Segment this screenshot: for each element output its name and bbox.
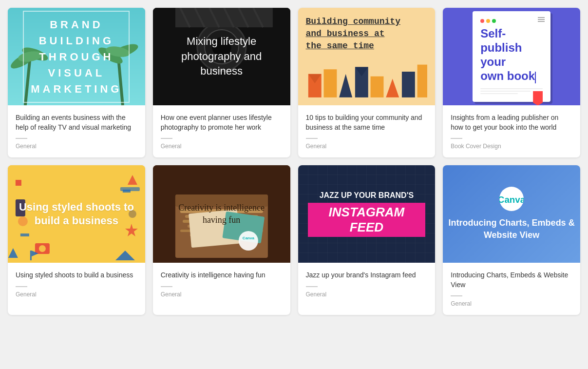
bookmark: [533, 91, 543, 105]
card-1[interactable]: BRANDBUILDINGTHROUGHVISUALMARKETING Buil…: [8, 8, 145, 157]
card-2-overlay-text: Mixing lifestyle photography and busines…: [153, 24, 290, 89]
card-8[interactable]: Canva Introducing Charts, Embeds & Websi…: [443, 165, 580, 315]
card-6-image: Canva Creativity is intelligence having …: [153, 165, 290, 263]
book-dots: [480, 19, 543, 23]
card-7-divider: [306, 286, 318, 287]
card-6-category: General: [161, 291, 283, 298]
svg-rect-27: [417, 65, 427, 97]
card-1-title: Building an events business with the hel…: [16, 113, 137, 132]
card-4-title: Insights from a leading publisher on how…: [451, 113, 572, 132]
card-3-body: 10 tips to building your community and b…: [298, 105, 436, 157]
card-5-divider: [16, 286, 27, 287]
card-6[interactable]: Canva Creativity is intelligence having …: [153, 165, 290, 315]
card-8-title: Introducing Charts, Embeds & Website Vie…: [451, 271, 572, 290]
book-mockup: Self-publishyourown book: [473, 11, 550, 101]
card-7-image: JAZZ UP YOUR BRAND'S INSTAGRAM FEED: [298, 165, 436, 263]
card-1-body: Building an events business with the hel…: [8, 105, 145, 157]
card-3-title: 10 tips to building your community and b…: [306, 113, 428, 132]
card-8-overlay-text: Introducing Charts, Embeds & Website Vie…: [443, 217, 580, 241]
svg-text:Canva: Canva: [243, 236, 255, 240]
svg-rect-24: [370, 77, 383, 97]
article-grid: BRANDBUILDINGTHROUGHVISUALMARKETING Buil…: [8, 8, 580, 315]
svg-marker-25: [386, 79, 399, 97]
card-4-category: Book Cover Design: [451, 143, 572, 150]
svg-rect-21: [323, 69, 337, 97]
card-2-image: Mixing lifestyle photography and busines…: [153, 8, 290, 105]
card-5-category: General: [16, 291, 137, 298]
card-6-divider: [161, 286, 172, 287]
svg-rect-31: [16, 180, 21, 186]
card-6-body: Creativity is intelligence having fun Ge…: [153, 263, 290, 315]
card-7-body: Jazz up your brand's Instagram feed Gene…: [298, 263, 436, 315]
card-8-category: General: [451, 300, 572, 307]
card-1-category: General: [16, 143, 137, 150]
card-2-title: How one event planner uses lifestyle pho…: [161, 113, 283, 132]
card-5-title: Using styled shoots to build a business: [16, 271, 137, 280]
card-5-overlay-text: Using styled shoots to build a business: [8, 191, 145, 238]
card-4[interactable]: Self-publishyourown book Insights from a…: [443, 8, 580, 157]
card-2-divider: [161, 138, 172, 139]
card-8-image: Canva Introducing Charts, Embeds & Websi…: [443, 165, 580, 263]
card-3-overlay-text: Building communityand business atthe sam…: [306, 16, 400, 53]
card-3-divider: [306, 138, 318, 139]
card-6-overlay-text: Creativity is intelligence having fun: [178, 202, 265, 226]
card-7-title: Jazz up your brand's Instagram feed: [306, 271, 428, 280]
card-3-image: Building communityand business atthe sam…: [298, 8, 436, 105]
svg-point-37: [39, 245, 46, 252]
card-3-category: General: [306, 143, 428, 150]
card-8-body: Introducing Charts, Embeds & Website Vie…: [443, 263, 580, 315]
svg-rect-26: [401, 72, 415, 97]
card-7-category: General: [306, 291, 428, 298]
card-7-text-main: INSTAGRAM FEED: [308, 203, 426, 237]
card-1-image: BRANDBUILDINGTHROUGHVISUALMARKETING: [8, 8, 145, 105]
card-3-shapes: [306, 60, 428, 97]
svg-text:Canva: Canva: [499, 194, 524, 205]
svg-rect-43: [30, 251, 32, 260]
card-5-body: Using styled shoots to build a business …: [8, 263, 145, 315]
card-6-title: Creativity is intelligence having fun: [161, 271, 283, 280]
card-4-divider: [451, 138, 462, 139]
card-2-body: How one event planner uses lifestyle pho…: [153, 105, 290, 157]
card-5[interactable]: Using styled shoots to build a business …: [8, 165, 145, 315]
card-7-text-top: JAZZ UP YOUR BRAND'S: [320, 191, 414, 200]
hamburger-icon: [538, 17, 545, 22]
canva-logo: Canva: [499, 187, 524, 211]
card-5-image: Using styled shoots to build a business: [8, 165, 145, 263]
svg-marker-22: [339, 74, 352, 97]
card-1-divider: [16, 138, 27, 139]
book-title-text: Self-publishyourown book: [480, 27, 543, 83]
card-1-overlay-text: BRANDBUILDINGTHROUGHVISUALMARKETING: [23, 11, 130, 103]
card-2-category: General: [161, 143, 283, 150]
card-4-image: Self-publishyourown book: [443, 8, 580, 105]
card-2[interactable]: Mixing lifestyle photography and busines…: [153, 8, 290, 157]
card-8-divider: [451, 295, 462, 296]
card-3[interactable]: Building communityand business atthe sam…: [298, 8, 436, 157]
card-4-body: Insights from a leading publisher on how…: [443, 105, 580, 157]
card-7[interactable]: JAZZ UP YOUR BRAND'S INSTAGRAM FEED Jazz…: [298, 165, 436, 315]
